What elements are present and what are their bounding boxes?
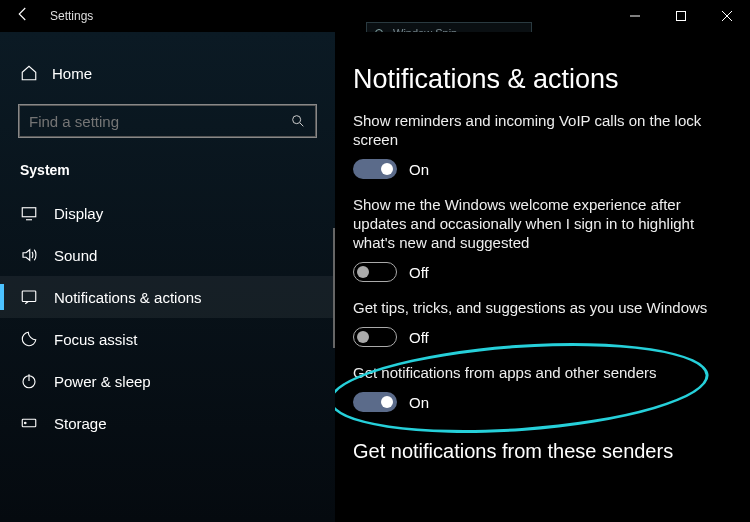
- body: Home System Display Sound: [0, 32, 750, 522]
- toggle-app-notifications[interactable]: [353, 392, 397, 412]
- setting-tips-suggestions: Get tips, tricks, and suggestions as you…: [353, 298, 732, 347]
- toggle-lock-screen-reminders[interactable]: [353, 159, 397, 179]
- home-link[interactable]: Home: [0, 56, 335, 90]
- toggle-state-label: Off: [409, 329, 429, 346]
- toggle-row: On: [353, 392, 732, 412]
- sound-icon: [20, 246, 38, 264]
- svg-rect-6: [22, 208, 36, 217]
- senders-subheading: Get notifications from these senders: [353, 440, 732, 463]
- power-icon: [20, 372, 38, 390]
- svg-point-12: [25, 422, 27, 424]
- toggle-state-label: On: [409, 161, 429, 178]
- setting-desc: Show me the Windows welcome experience a…: [353, 195, 732, 252]
- maximize-button[interactable]: [658, 0, 704, 32]
- sidebar-item-label: Power & sleep: [54, 373, 151, 390]
- storage-icon: [20, 414, 38, 432]
- setting-app-notifications: Get notifications from apps and other se…: [353, 363, 732, 412]
- close-button[interactable]: [704, 0, 750, 32]
- toggle-state-label: On: [409, 394, 429, 411]
- svg-line-5: [300, 123, 303, 126]
- sidebar-item-display[interactable]: Display: [0, 192, 335, 234]
- toggle-welcome-experience[interactable]: [353, 262, 397, 282]
- sidebar-item-sound[interactable]: Sound: [0, 234, 335, 276]
- section-label: System: [0, 156, 335, 192]
- search-icon: [290, 113, 306, 129]
- search-box[interactable]: [18, 104, 317, 138]
- titlebar-left: Settings: [0, 5, 93, 27]
- toggle-row: Off: [353, 327, 732, 347]
- toggle-state-label: Off: [409, 264, 429, 281]
- toggle-row: On: [353, 159, 732, 179]
- minimize-button[interactable]: [612, 0, 658, 32]
- setting-desc: Show reminders and incoming VoIP calls o…: [353, 111, 732, 149]
- setting-desc: Get notifications from apps and other se…: [353, 363, 732, 382]
- sidebar-item-notifications[interactable]: Notifications & actions: [0, 276, 335, 318]
- svg-rect-1: [677, 12, 686, 21]
- sidebar: Home System Display Sound: [0, 32, 335, 522]
- home-icon: [20, 64, 38, 82]
- setting-lock-screen-reminders: Show reminders and incoming VoIP calls o…: [353, 111, 732, 179]
- svg-rect-8: [22, 291, 36, 302]
- window-controls: [612, 0, 750, 32]
- back-button[interactable]: [14, 5, 32, 27]
- display-icon: [20, 204, 38, 222]
- sidebar-item-label: Storage: [54, 415, 107, 432]
- focus-assist-icon: [20, 330, 38, 348]
- svg-point-4: [293, 116, 301, 124]
- sidebar-item-power-sleep[interactable]: Power & sleep: [0, 360, 335, 402]
- page-title: Notifications & actions: [353, 32, 732, 107]
- home-label: Home: [52, 65, 92, 82]
- annotation-ellipse: [335, 332, 712, 444]
- toggle-row: Off: [353, 262, 732, 282]
- sidebar-item-label: Focus assist: [54, 331, 137, 348]
- sidebar-item-label: Notifications & actions: [54, 289, 202, 306]
- settings-window: Settings Window Snip Home: [0, 0, 750, 522]
- notifications-icon: [20, 288, 38, 306]
- setting-desc: Get tips, tricks, and suggestions as you…: [353, 298, 732, 317]
- sidebar-item-label: Sound: [54, 247, 97, 264]
- content-pane: Notifications & actions Show reminders a…: [335, 32, 750, 522]
- sidebar-item-label: Display: [54, 205, 103, 222]
- toggle-tips-suggestions[interactable]: [353, 327, 397, 347]
- setting-welcome-experience: Show me the Windows welcome experience a…: [353, 195, 732, 282]
- search-input[interactable]: [29, 113, 290, 130]
- sidebar-item-storage[interactable]: Storage: [0, 402, 335, 444]
- sidebar-item-focus-assist[interactable]: Focus assist: [0, 318, 335, 360]
- window-title: Settings: [50, 9, 93, 23]
